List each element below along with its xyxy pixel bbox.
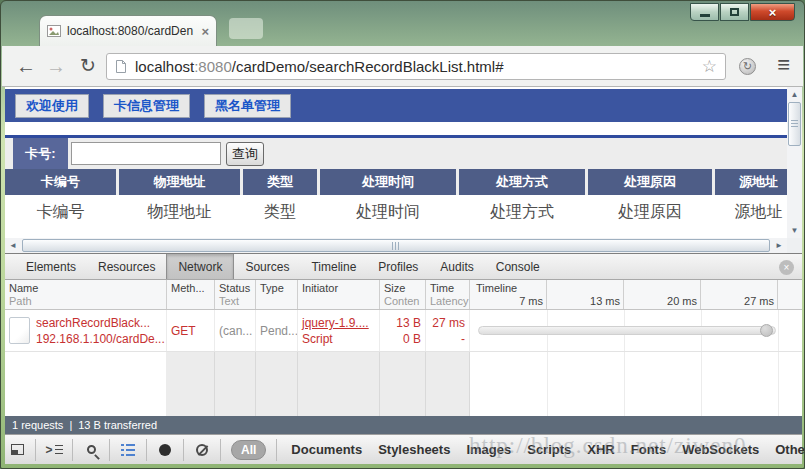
search-bar: 卡号: 查询 <box>5 138 802 169</box>
url-port: :8080 <box>194 58 232 75</box>
devtools-tab-elements[interactable]: Elements <box>15 254 87 279</box>
filter-images[interactable]: Images <box>466 442 511 457</box>
record-icon <box>159 444 171 456</box>
devtools-tab-resources[interactable]: Resources <box>87 254 166 279</box>
col-time[interactable]: TimeLatency <box>426 280 470 309</box>
page-viewport: 欢迎使用 卡信息管理 黑名单管理 卡号: 查询 卡编号 物理地址 类型 处理时间… <box>5 87 802 253</box>
browser-tab[interactable]: localhost:8080/cardDen × <box>39 15 217 46</box>
menu-icon[interactable]: ≡ <box>777 46 790 86</box>
scrollbar-corner <box>787 238 802 253</box>
minimize-icon <box>700 14 710 17</box>
extension-proxy-icon[interactable]: ↻ <box>739 58 756 75</box>
forward-button[interactable]: → <box>44 46 68 86</box>
timeline-tick: 27 ms <box>701 280 778 309</box>
address-bar[interactable]: localhost:8080/cardDemo/searchRecordBlac… <box>106 53 726 80</box>
close-window-button[interactable]: × <box>750 3 795 21</box>
col-type[interactable]: Type <box>256 280 298 309</box>
devtools-tab-timeline[interactable]: Timeline <box>300 254 367 279</box>
filter-scripts[interactable]: Scripts <box>527 442 571 457</box>
devtools-tab-console[interactable]: Console <box>485 254 551 279</box>
browser-toolbar: ← → ↻ localhost:8080/cardDemo/searchReco… <box>2 46 803 87</box>
devtools-panel: Elements Resources Network Sources Timel… <box>5 253 802 463</box>
request-time-cell: 27 ms - <box>426 310 470 351</box>
initiator-link[interactable]: jquery-1.9.... <box>302 315 375 331</box>
favicon-broken-image-icon <box>47 24 61 38</box>
timeline-tick: 13 ms <box>547 280 624 309</box>
site-nav-bar: 欢迎使用 卡信息管理 黑名单管理 <box>5 89 802 122</box>
network-grid-header: NamePath Meth... StatusText Type Initiat… <box>5 280 802 310</box>
minimize-button[interactable] <box>690 3 719 21</box>
url-path: /cardDemo/searchRecordBlackList.html# <box>232 58 504 75</box>
record-network-button[interactable] <box>153 444 177 456</box>
horizontal-scroll-thumb[interactable] <box>22 239 770 252</box>
table-header-row: 卡编号 物理地址 类型 处理时间 处理方式 处理原因 源地址 <box>5 169 802 195</box>
scroll-left-icon[interactable]: ◄ <box>5 238 21 253</box>
timeline-tick: 7 ms <box>470 280 547 309</box>
tab-close-icon[interactable]: × <box>201 24 209 39</box>
devtools-close-icon[interactable]: × <box>779 260 794 275</box>
maximize-icon <box>730 8 739 16</box>
maximize-button[interactable] <box>720 3 749 21</box>
devtools-tab-network[interactable]: Network <box>166 254 234 279</box>
col-header-process-time: 处理时间 <box>320 169 456 195</box>
timeline-tick: 20 ms <box>624 280 701 309</box>
filter-other[interactable]: Other <box>775 442 805 457</box>
cell-process-time: 处理时间 <box>320 195 456 229</box>
title-bar: localhost:8080/cardDen × × <box>1 1 804 46</box>
timeline-dot <box>760 324 773 337</box>
inspect-button[interactable] <box>79 445 103 454</box>
nav-item-blacklist[interactable]: 黑名单管理 <box>204 94 291 118</box>
clear-network-button[interactable] <box>190 444 214 456</box>
col-timeline[interactable]: Timeline 7 ms 13 ms 20 ms 27 ms <box>470 280 802 309</box>
filter-stylesheets[interactable]: Stylesheets <box>378 442 450 457</box>
show-console-button[interactable]: > <box>42 443 66 457</box>
filter-websockets[interactable]: WebSockets <box>682 442 759 457</box>
back-button[interactable]: ← <box>14 46 38 86</box>
nav-item-card-info[interactable]: 卡信息管理 <box>103 94 190 118</box>
table-row: 卡编号 物理地址 类型 处理时间 处理方式 处理原因 源地址 <box>5 195 802 229</box>
request-name-cell[interactable]: searchRecordBlack... 192.168.1.100/cardD… <box>5 310 167 351</box>
filter-all-button[interactable]: All <box>231 440 266 460</box>
scroll-down-icon[interactable]: ▼ <box>787 223 802 238</box>
cell-process-method: 处理方式 <box>459 195 585 229</box>
window-controls: × <box>690 3 795 21</box>
devtools-tab-profiles[interactable]: Profiles <box>367 254 429 279</box>
nav-item-welcome[interactable]: 欢迎使用 <box>15 94 89 118</box>
col-name[interactable]: NamePath <box>5 280 167 309</box>
scroll-right-icon[interactable]: ► <box>771 238 787 253</box>
filter-documents[interactable]: Documents <box>291 442 362 457</box>
devtools-tab-sources[interactable]: Sources <box>234 254 300 279</box>
resource-doc-icon <box>9 317 30 344</box>
scroll-up-icon[interactable]: ▲ <box>787 87 802 102</box>
initiator-type: Script <box>302 331 375 347</box>
col-status[interactable]: StatusText <box>215 280 256 309</box>
request-status: (can... <box>215 310 256 351</box>
query-button[interactable]: 查询 <box>226 142 264 166</box>
col-initiator[interactable]: Initiator <box>298 280 380 309</box>
vertical-scrollbar[interactable]: ▲ ▼ <box>787 87 802 238</box>
cell-type: 类型 <box>243 195 317 229</box>
filter-xhr[interactable]: XHR <box>587 442 614 457</box>
col-size[interactable]: SizeConten <box>380 280 426 309</box>
card-number-input[interactable] <box>71 142 221 165</box>
vertical-scroll-thumb[interactable] <box>788 102 801 146</box>
resource-rows-toggle[interactable] <box>116 444 140 456</box>
horizontal-scrollbar[interactable]: ◄ ► <box>5 238 787 253</box>
requests-count: 1 requests <box>12 419 63 431</box>
request-path: 192.168.1.100/cardDe... <box>36 331 165 347</box>
network-grid-filler <box>5 352 802 416</box>
filter-fonts[interactable]: Fonts <box>631 442 666 457</box>
bookmark-star-icon[interactable]: ☆ <box>702 56 717 77</box>
transferred-size: 13 B transferred <box>78 419 157 431</box>
col-method[interactable]: Meth... <box>167 280 215 309</box>
dock-toggle-button[interactable] <box>5 444 29 455</box>
request-name: searchRecordBlack... <box>36 315 165 331</box>
console-lines-icon <box>55 445 63 455</box>
network-request-row[interactable]: searchRecordBlack... 192.168.1.100/cardD… <box>5 310 802 352</box>
new-tab-button[interactable] <box>229 18 263 39</box>
devtools-tab-bar: Elements Resources Network Sources Timel… <box>5 254 802 280</box>
url-text: localhost:8080/cardDemo/searchRecordBlac… <box>135 58 504 75</box>
devtools-bottom-toolbar: > All Documents Stylesheets Images Scrip… <box>5 434 802 464</box>
devtools-tab-audits[interactable]: Audits <box>429 254 484 279</box>
reload-button[interactable]: ↻ <box>76 46 100 86</box>
